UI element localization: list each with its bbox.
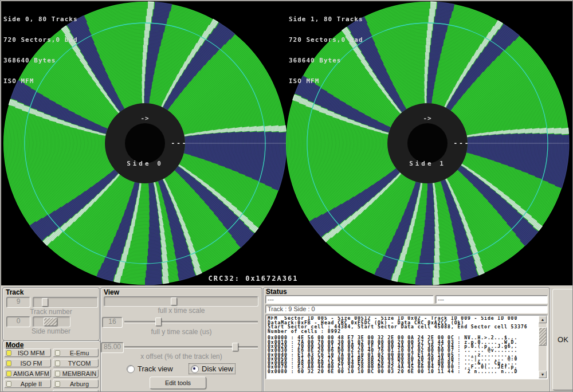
mode-button-aed-6200p[interactable]: AED 6200P	[53, 390, 99, 392]
mode-button-membrain[interactable]: MEMBRAIN	[53, 369, 99, 378]
mode-button-label: ISO FM	[13, 360, 49, 367]
disk0-side-label: Side 0	[116, 160, 174, 167]
disk1-side-label: Side 1	[399, 160, 456, 167]
track-view-radio-label: Track view	[138, 364, 173, 373]
disk0-info-line: 368640 Bytes	[3, 57, 78, 64]
x-offset-value[interactable]: 85.00	[101, 342, 124, 353]
mode-button-arburg[interactable]: Arburg	[53, 379, 99, 388]
disk1-info-line: ISO MFM	[289, 78, 363, 85]
mode-button-label: TYCOM	[62, 360, 97, 367]
mode-button-label: Apple II	[13, 381, 49, 387]
led-indicator-icon	[6, 381, 11, 387]
led-indicator-icon	[55, 371, 60, 377]
edit-tools-button[interactable]: Edit tools	[150, 377, 206, 389]
track-panel: Track 9 Track number 0 Side number	[2, 287, 100, 341]
radio-circle-icon	[127, 365, 135, 373]
mode-button-label: Arburg	[62, 381, 97, 387]
mode-button-label: ISO MFM	[13, 350, 49, 356]
scrollbar-thumb[interactable]	[539, 327, 547, 346]
status-field-right: ---	[435, 295, 548, 304]
mode-button-iso-mfm[interactable]: ISO MFM	[4, 348, 51, 357]
scroll-up-icon[interactable]: ▲	[539, 316, 547, 323]
scroll-down-icon[interactable]: ▼	[539, 371, 547, 378]
disk1-info-line: 368640 Bytes	[289, 57, 363, 64]
y-scale-thumb[interactable]	[155, 317, 162, 326]
track-number-label: Track number	[3, 308, 99, 316]
x-offset-thumb[interactable]	[232, 343, 238, 351]
status-panel: Status --- --- Track : 9 Side : 0 MFM Se…	[263, 287, 550, 392]
track-slider-thumb[interactable]	[42, 298, 48, 307]
sector-dump-text: MFM Sector ID 005 - Size 00512 - Size ID…	[268, 316, 538, 379]
disk-canvas[interactable]	[1, 1, 573, 285]
mode-panel: Mode ISO MFMISO FMAMIGA MFMApple II E-Em…	[2, 340, 101, 392]
mode-button-e-emu[interactable]: E-Emu	[53, 348, 99, 357]
y-scale-slider[interactable]	[124, 317, 258, 327]
crc32-label: CRC32: 0x1672A361	[173, 275, 333, 283]
mode-button-iso-fm[interactable]: ISO FM	[4, 359, 51, 367]
status-field-left: ---	[265, 295, 434, 304]
side-number-slider[interactable]	[33, 316, 70, 327]
disk0-head-arrow-icon: ->	[137, 115, 153, 122]
led-indicator-icon	[55, 350, 60, 356]
mode-panel-title: Mode	[6, 341, 23, 349]
disk0-info-line: Side 0, 80 Tracks	[3, 16, 78, 23]
led-indicator-icon	[6, 350, 11, 356]
mode-button-apple-ii[interactable]: Apple II	[4, 379, 51, 388]
mode-buttons-left: ISO MFMISO FMAMIGA MFMApple II	[4, 348, 51, 388]
status-panel-title: Status	[266, 288, 287, 296]
led-indicator-icon	[6, 360, 11, 366]
led-indicator-icon	[55, 360, 60, 366]
side-number-label: Side number	[3, 327, 99, 335]
sector-dump-box: MFM Sector ID 005 - Size 00512 - Size ID…	[265, 315, 548, 379]
disk0-info: Side 0, 80 Tracks 720 Sectors,0 bad 3686…	[3, 2, 78, 99]
mode-button-label: E-Emu	[62, 350, 97, 356]
x-scale-slider[interactable]	[104, 296, 258, 307]
disk1-info: Side 1, 80 Tracks 720 Sectors,0 bad 3686…	[289, 2, 363, 99]
disk-view-radio[interactable]: Disk view	[189, 364, 235, 374]
app-window: Side 0, 80 Tracks 720 Sectors,0 bad 3686…	[0, 0, 573, 392]
mode-button-amiga-mfm[interactable]: AMIGA MFM	[4, 369, 51, 378]
view-panel: View full x time scale 16 full y time sc…	[100, 287, 262, 392]
disk1-info-line: 720 Sectors,0 bad	[289, 37, 363, 44]
track-side-field: Track : 9 Side : 0	[265, 305, 548, 313]
track-panel-title: Track	[6, 288, 23, 296]
x-scale-label: full x time scale	[101, 307, 262, 315]
x-scale-thumb[interactable]	[171, 297, 177, 305]
radio-circle-checked-icon	[191, 365, 199, 373]
disk0-info-line: 720 Sectors,0 bad	[3, 37, 78, 44]
track-view-radio[interactable]: Track view	[125, 364, 175, 374]
disk0-info-line: ISO MFM	[3, 78, 78, 85]
mode-button-tycom[interactable]: TYCOM	[53, 359, 99, 367]
control-panel: Track 9 Track number 0 Side number Mode …	[1, 285, 573, 392]
y-scale-label: full y time scale (us)	[101, 328, 262, 336]
track-number-value[interactable]: 9	[6, 297, 30, 308]
disk0-index-marker: ---	[166, 139, 193, 147]
disk1-info-line: Side 1, 80 Tracks	[289, 16, 363, 23]
led-indicator-icon	[55, 381, 60, 387]
hex-dump-row: 0x0080 : 60 32 20 6E 00 10 10 BC 00 03 2…	[268, 370, 538, 374]
disk-visualization-area: Side 0, 80 Tracks 720 Sectors,0 bad 3686…	[1, 1, 573, 285]
disk1-index-marker: ---	[449, 139, 475, 147]
sector-info-line: Number of cells : 8992	[268, 330, 538, 334]
mode-button-label: MEMBRAIN	[62, 370, 97, 377]
led-indicator-icon	[6, 371, 11, 377]
dump-scrollbar[interactable]: ▲ ▼	[539, 316, 547, 378]
view-panel-title: View	[104, 288, 119, 296]
track-number-slider[interactable]	[33, 297, 98, 308]
y-scale-value[interactable]: 16	[102, 317, 123, 328]
disk-view-radio-label: Disk view	[202, 364, 233, 373]
x-offset-label: x offset (% of the track len)	[101, 352, 262, 360]
x-offset-slider[interactable]	[124, 342, 258, 352]
mode-buttons-right: E-EmuTYCOMMEMBRAINArburgAED 6200P	[53, 348, 99, 392]
disk1-head-arrow-icon: ->	[419, 115, 435, 122]
mode-button-label: AMIGA MFM	[13, 370, 49, 377]
ok-button[interactable]: OK	[552, 289, 573, 390]
side-slider-thumb[interactable]	[44, 317, 57, 326]
side-number-value[interactable]: 0	[6, 316, 30, 327]
